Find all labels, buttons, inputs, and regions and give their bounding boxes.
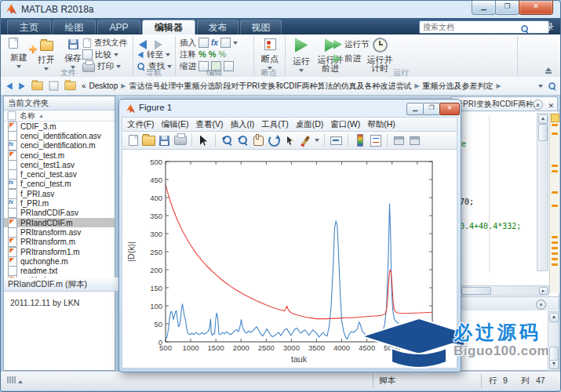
run-section-button[interactable]: 运行节: [333, 39, 370, 49]
legend-icon[interactable]: [369, 134, 382, 147]
browse-folder-icon[interactable]: [49, 82, 59, 91]
save-icon[interactable]: [158, 134, 171, 147]
figure-menu-6[interactable]: 桌面(D): [296, 119, 324, 130]
new-button[interactable]: 新建: [7, 36, 31, 68]
figure-menu-4[interactable]: 插入(I): [230, 119, 254, 130]
dock-all-icon[interactable]: [408, 134, 421, 147]
breakpoints-button[interactable]: 断点: [258, 36, 282, 70]
figure-window[interactable]: Figure 1 ▁ ❐ ✕ 文件(F)编辑(E)查看(V)插入(I)工具(T)…: [118, 99, 461, 372]
ribbon-tab-2[interactable]: 绘图: [53, 20, 96, 34]
insert-button[interactable]: 插入fx: [180, 38, 238, 48]
figure-minimize-button[interactable]: ▁: [406, 103, 424, 115]
editor-vscrollbar[interactable]: ▲: [537, 113, 548, 271]
search-input[interactable]: [419, 20, 549, 34]
file-row[interactable]: PRIandCDIF.m: [4, 218, 115, 227]
file-row[interactable]: PRItransform.asv: [4, 227, 115, 237]
warning-marker-icon[interactable]: [552, 258, 558, 260]
file-row[interactable]: cenci_identification.m: [4, 141, 115, 151]
warning-marker-icon[interactable]: [552, 124, 558, 126]
file-row[interactable]: CDIF_3.m: [4, 122, 115, 131]
file-row[interactable]: PRItransform1.m: [4, 247, 115, 256]
ribbon-tab-1[interactable]: 主页: [7, 20, 51, 34]
file-details-header[interactable]: PRIandCDIF.m (脚本): [4, 278, 122, 292]
code-marker-bar[interactable]: [549, 113, 559, 293]
pointer-icon[interactable]: [197, 134, 210, 147]
status-grip-icon[interactable]: [7, 376, 23, 383]
file-row[interactable]: PRIandCDIF.asv: [4, 209, 115, 218]
figure-menu-7[interactable]: 窗口(W): [330, 119, 360, 130]
brush-dropdown-icon[interactable]: [315, 139, 319, 142]
editor-hscrollbar[interactable]: ▸: [460, 285, 549, 296]
file-row[interactable]: f_PRI.m: [4, 198, 115, 208]
figure-title-bar[interactable]: Figure 1 ▁ ❐ ✕: [119, 100, 461, 117]
warning-marker-icon[interactable]: [552, 191, 558, 194]
warning-marker-icon[interactable]: [552, 247, 558, 249]
breadcrumb-item[interactable]: 雷达信号处理中重频分选阶段对于PRI变换和CDIF两种算法的仿真及各种改进尝试: [129, 81, 411, 92]
breadcrumb-separator-icon[interactable]: ▶: [497, 82, 501, 89]
warning-marker-icon[interactable]: [552, 165, 558, 167]
rotate-3d-icon[interactable]: [268, 134, 281, 147]
print-icon[interactable]: [173, 134, 187, 147]
figure-menu-3[interactable]: 查看(V): [195, 119, 223, 130]
figure-maximize-button[interactable]: ❐: [423, 103, 440, 115]
collapse-ribbon-icon[interactable]: [545, 67, 555, 74]
new-file-icon[interactable]: [126, 134, 140, 147]
figure-menu-1[interactable]: 文件(F): [127, 119, 154, 130]
ribbon-tab-4[interactable]: 编辑器: [142, 20, 195, 34]
panel-menu-icon[interactable]: ▾: [536, 299, 546, 310]
data-cursor-icon[interactable]: [283, 134, 297, 147]
save-button[interactable]: 保存: [61, 36, 85, 69]
comment-button[interactable]: 注释%%%: [180, 49, 226, 60]
figure-menu-8[interactable]: 帮助(H): [367, 119, 395, 130]
search-icon[interactable]: [520, 23, 530, 37]
warning-marker-icon[interactable]: [552, 170, 558, 172]
dock-figure-icon[interactable]: [392, 134, 406, 147]
name-column-header[interactable]: 名称 ▲: [4, 111, 115, 122]
breadcrumb-separator-icon[interactable]: ▶: [414, 82, 419, 89]
ribbon-tab-3[interactable]: APP: [97, 20, 140, 34]
link-plots-icon[interactable]: [330, 134, 343, 147]
address-search-icon[interactable]: [548, 82, 556, 90]
address-dropdown-icon[interactable]: [538, 85, 543, 88]
warning-marker-icon[interactable]: [552, 241, 558, 244]
find-files-button[interactable]: 查找文件: [82, 38, 127, 48]
nav-back-icon[interactable]: [6, 82, 13, 89]
figure-menu-5[interactable]: 工具(T): [261, 119, 288, 130]
file-row[interactable]: f_cenci_test.m: [4, 180, 115, 189]
close-button[interactable]: ✕: [519, 1, 553, 15]
colorbar-icon[interactable]: [353, 134, 366, 147]
file-row[interactable]: quchonghe.m: [4, 256, 115, 266]
zoom-in-icon[interactable]: +: [220, 134, 234, 147]
file-row[interactable]: f_cenci_test.asv: [4, 170, 115, 180]
brush-icon[interactable]: [299, 134, 312, 147]
nav-forward-icon[interactable]: [19, 82, 25, 89]
editor-tab[interactable]: 于PRI变换和CDIF两种... ▾ ✕: [450, 96, 558, 111]
figure-close-button[interactable]: ✕: [439, 103, 460, 115]
file-row[interactable]: cenci_test.m: [4, 151, 115, 160]
editor-tab-menu-icon[interactable]: ▾: [533, 100, 543, 110]
warning-marker-icon[interactable]: [552, 236, 558, 238]
folder-up-icon[interactable]: [31, 82, 42, 90]
open-file-icon[interactable]: [142, 134, 155, 147]
zoom-out-icon[interactable]: −: [236, 134, 250, 147]
breadcrumb-item[interactable]: 重频分选及参差判定: [423, 81, 494, 92]
pan-hand-icon[interactable]: [252, 134, 265, 147]
login-button[interactable]: 登录: [537, 21, 554, 33]
compare-button[interactable]: 比较: [82, 49, 118, 60]
file-row[interactable]: f_PRI.asv: [4, 189, 115, 198]
warning-marker-icon[interactable]: [552, 252, 558, 255]
breadcrumb-item[interactable]: Desktop: [89, 82, 118, 90]
open-button[interactable]: 打开: [35, 36, 58, 71]
ribbon-tab-5[interactable]: 发布: [197, 20, 239, 34]
maximize-button[interactable]: ❐: [495, 1, 519, 15]
warning-marker-icon[interactable]: [552, 205, 558, 207]
file-row[interactable]: cenci_identification.asv: [4, 131, 115, 140]
file-row[interactable]: PRItransform.m: [4, 238, 115, 247]
warning-marker-icon[interactable]: [552, 263, 558, 266]
advance-button[interactable]: 前进: [333, 53, 361, 64]
file-row[interactable]: readme.txt: [4, 267, 115, 276]
breadcrumb-separator-icon[interactable]: ▶: [121, 82, 126, 89]
minimize-button[interactable]: ▁: [472, 1, 496, 15]
warning-marker-icon[interactable]: [552, 132, 558, 135]
ribbon-tab-6[interactable]: 视图: [240, 20, 282, 34]
